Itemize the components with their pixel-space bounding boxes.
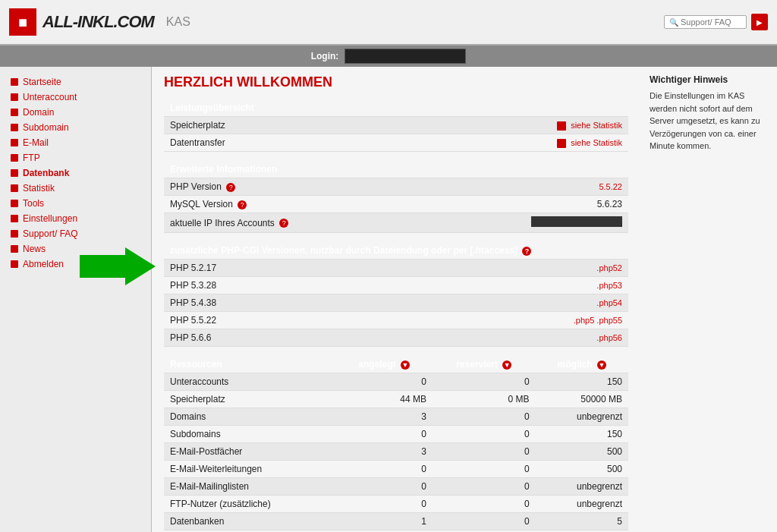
login-input[interactable] <box>344 49 466 64</box>
ip-value <box>531 216 622 227</box>
res-moeglich: unbegrenzt <box>536 478 628 496</box>
php-cgi-link-3: .php5 .php55 <box>392 312 628 329</box>
sidebar-icon <box>11 93 18 101</box>
sidebar-item-datenbank[interactable]: Datenbank <box>0 165 151 181</box>
sidebar-label: Support/ FAQ <box>23 228 78 239</box>
res-angelegt: 3 <box>335 408 432 426</box>
res-angelegt: 0 <box>335 461 432 478</box>
ip-value-cell <box>423 213 628 233</box>
sidebar-item-domain[interactable]: Domain <box>0 105 151 120</box>
res-reserviert: 0 <box>433 426 536 443</box>
res-reserviert: 0 <box>433 513 536 530</box>
datentransfer-value: siehe Statistik <box>379 134 628 152</box>
sidebar-label: Domain <box>23 107 54 118</box>
php-cgi-link-4: .php56 <box>392 329 628 347</box>
sidebar-icon <box>11 139 18 146</box>
sidebar-item-email[interactable]: E-Mail <box>0 135 151 150</box>
res-name: Domains <box>164 408 335 426</box>
speicherplatz-value: siehe Statistik <box>379 117 628 134</box>
sidebar-icon <box>11 169 18 177</box>
php-version-link[interactable]: 5.5.22 <box>599 182 622 191</box>
sidebar-icon <box>11 245 18 253</box>
table-row: E-Mail-Weiterleitungen 0 0 500 <box>164 461 628 478</box>
datentransfer-link[interactable]: siehe Statistik <box>571 138 622 147</box>
table-row: Subdomains 0 0 150 <box>164 426 628 443</box>
sidebar-icon <box>11 154 18 162</box>
sidebar-item-abmelden[interactable]: Abmelden <box>0 257 151 272</box>
mysql-help-icon[interactable]: ? <box>238 200 247 209</box>
hinweis-title: Wichtiger Hinweis <box>650 74 768 85</box>
res-name: Speicherplatz <box>164 391 335 408</box>
res-name: Datenbanken <box>164 513 335 530</box>
sidebar-item-einstellungen[interactable]: Einstellungen <box>0 211 151 226</box>
php-cgi-row-4: PHP 5.6.6 .php56 <box>164 329 628 347</box>
page-title: HERZLICH WILLKOMMEN <box>164 74 628 90</box>
php-cgi-version-4: PHP 5.6.6 <box>164 329 392 347</box>
sidebar-label: Datenbank <box>23 168 69 178</box>
php-help-icon[interactable]: ? <box>226 183 235 192</box>
sidebar-item-news[interactable]: News <box>0 241 151 257</box>
sidebar-item-subdomain[interactable]: Subdomain <box>0 120 151 135</box>
php-cgi-link-1: .php53 <box>392 277 628 294</box>
res-name: E-Mail-Mailinglisten <box>164 478 335 496</box>
play-button[interactable]: ▶ <box>751 14 768 30</box>
php-cgi-row-0: PHP 5.2.17 .php52 <box>164 260 628 277</box>
support-search-box[interactable]: 🔍 <box>664 15 747 29</box>
resources-header-angelegt: angelegt ▼ <box>335 356 432 373</box>
logo-text: ALL-INKL.COM <box>42 12 154 32</box>
res-angelegt: 1 <box>335 513 432 530</box>
ip-row: aktuelle IP Ihres Accounts ? <box>164 213 628 233</box>
resources-header-row: Ressourcen angelegt ▼ reserviert ▼ mögli… <box>164 356 628 373</box>
php-cgi-help-icon[interactable]: ? <box>522 247 531 256</box>
res-angelegt: 3 <box>335 443 432 461</box>
res-moeglich: 50000 MB <box>536 391 628 408</box>
reserviert-help-icon[interactable]: ▼ <box>502 360 511 370</box>
statistik-icon2 <box>557 139 566 148</box>
sidebar-label: Startseite <box>23 77 61 87</box>
resources-header-moeglich: möglich ▼ <box>536 356 628 373</box>
right-panel: Wichtiger Hinweis Die Einstellungen im K… <box>640 67 777 532</box>
php-cgi-version-0: PHP 5.2.17 <box>164 260 392 277</box>
sidebar-label: Unteraccount <box>23 92 77 102</box>
res-name: E-Mail-Postfächer <box>164 443 335 461</box>
php-cgi-row-1: PHP 5.3.28 .php53 <box>164 277 628 294</box>
resources-table: Ressourcen angelegt ▼ reserviert ▼ mögli… <box>164 356 628 530</box>
sidebar-label: News <box>23 244 46 254</box>
sidebar-label: E-Mail <box>23 137 49 148</box>
mysql-row: MySQL Version ? 5.6.23 <box>164 196 628 213</box>
res-angelegt: 0 <box>335 496 432 513</box>
sidebar-item-tools[interactable]: Tools <box>0 196 151 211</box>
logo-box: ■ <box>9 8 36 36</box>
res-moeglich: 150 <box>536 426 628 443</box>
mysql-label-cell: MySQL Version ? <box>164 196 423 213</box>
hinweis-text: Die Einstellungen im KAS werden nicht so… <box>650 90 768 153</box>
ip-help-icon[interactable]: ? <box>279 219 288 228</box>
content-area: HERZLICH WILLKOMMEN Leistungsübersicht S… <box>152 67 640 532</box>
sidebar-item-ftp[interactable]: FTP <box>0 150 151 165</box>
sidebar-icon <box>11 230 18 238</box>
table-row: E-Mail-Postfächer 3 0 500 <box>164 443 628 461</box>
sidebar-icon <box>11 200 18 207</box>
support-search-input[interactable] <box>681 17 741 27</box>
sidebar-item-support-faq[interactable]: Support/ FAQ <box>0 226 151 241</box>
sidebar-item-unteraccount[interactable]: Unteraccount <box>0 90 151 105</box>
table-row: Datenbanken 1 0 5 <box>164 513 628 530</box>
php-cgi-row-3: PHP 5.5.22 .php5 .php55 <box>164 312 628 329</box>
php-cgi-version-1: PHP 5.3.28 <box>164 277 392 294</box>
logo-area: ■ ALL-INKL.COM KAS <box>9 8 190 36</box>
speicherplatz-label: Speicherplatz <box>164 117 379 134</box>
sidebar-item-startseite[interactable]: Startseite <box>0 74 151 90</box>
res-reserviert: 0 <box>433 478 536 496</box>
sidebar-icon <box>11 184 18 192</box>
speicherplatz-row: Speicherplatz siehe Statistik <box>164 117 628 134</box>
mysql-version-cell: 5.6.23 <box>423 196 628 213</box>
table-row: Unteraccounts 0 0 150 <box>164 373 628 391</box>
moeglich-help-icon[interactable]: ▼ <box>597 360 606 370</box>
angelegt-help-icon[interactable]: ▼ <box>401 360 410 370</box>
sidebar-label: Einstellungen <box>23 213 77 224</box>
ip-label: aktuelle IP Ihres Accounts <box>170 218 275 228</box>
res-moeglich: 150 <box>536 373 628 391</box>
speicherplatz-link[interactable]: siehe Statistik <box>571 121 622 130</box>
sidebar-item-statistik[interactable]: Statistik <box>0 181 151 196</box>
res-angelegt: 0 <box>335 478 432 496</box>
